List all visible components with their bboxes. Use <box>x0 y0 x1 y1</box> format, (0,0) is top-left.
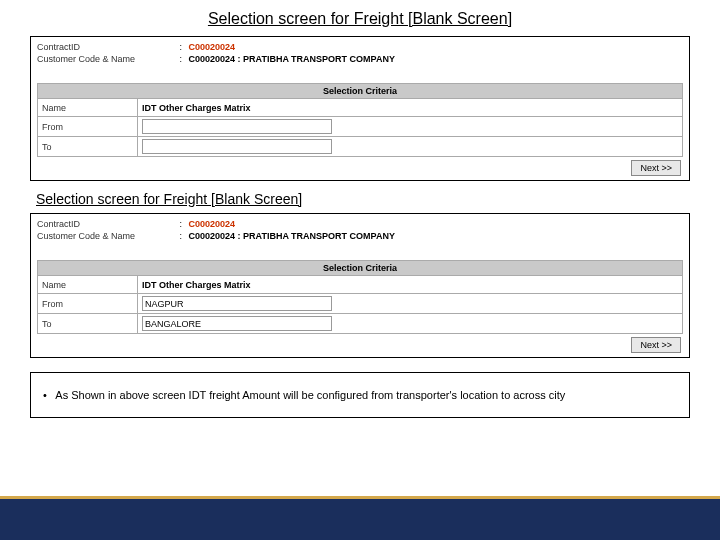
name-value: IDT Other Charges Matrix <box>138 276 683 294</box>
customer-label: Customer Code & Name <box>37 231 177 241</box>
customer-value: C00020024 : PRATIBHA TRANSPORT COMPANY <box>189 231 395 241</box>
bullet-icon: • <box>43 389 47 401</box>
name-label: Name <box>38 99 138 117</box>
customer-value: C00020024 : PRATIBHA TRANSPORT COMPANY <box>189 54 395 64</box>
from-input[interactable] <box>142 296 332 311</box>
to-input[interactable] <box>142 139 332 154</box>
customer-label: Customer Code & Name <box>37 54 177 64</box>
to-label: To <box>38 314 138 334</box>
screenshot-filled: ContractID : C00020024 Customer Code & N… <box>30 213 690 358</box>
criteria-table: Selection Criteria Name IDT Other Charge… <box>37 260 683 334</box>
from-label: From <box>38 117 138 137</box>
note-block: • As Shown in above screen IDT freight A… <box>30 372 690 418</box>
name-label: Name <box>38 276 138 294</box>
to-label: To <box>38 137 138 157</box>
page-title: Selection screen for Freight [Blank Scre… <box>0 0 720 36</box>
contract-id-row: ContractID : C00020024 <box>37 41 683 53</box>
section-title: Selection screen for Freight [Blank Scre… <box>36 191 720 207</box>
contract-id-label: ContractID <box>37 219 177 229</box>
contract-id-label: ContractID <box>37 42 177 52</box>
contract-id-value: C00020024 <box>189 219 236 229</box>
note-text: As Shown in above screen IDT freight Amo… <box>55 389 565 401</box>
contract-id-value: C00020024 <box>189 42 236 52</box>
customer-row: Customer Code & Name : C00020024 : PRATI… <box>37 53 683 65</box>
footer-bar <box>0 496 720 540</box>
contract-id-row: ContractID : C00020024 <box>37 218 683 230</box>
criteria-heading: Selection Criteria <box>38 84 683 99</box>
criteria-table: Selection Criteria Name IDT Other Charge… <box>37 83 683 157</box>
from-input[interactable] <box>142 119 332 134</box>
next-button[interactable]: Next >> <box>631 337 681 353</box>
criteria-heading: Selection Criteria <box>38 261 683 276</box>
next-button[interactable]: Next >> <box>631 160 681 176</box>
from-label: From <box>38 294 138 314</box>
name-value: IDT Other Charges Matrix <box>138 99 683 117</box>
to-input[interactable] <box>142 316 332 331</box>
customer-row: Customer Code & Name : C00020024 : PRATI… <box>37 230 683 242</box>
screenshot-blank: ContractID : C00020024 Customer Code & N… <box>30 36 690 181</box>
